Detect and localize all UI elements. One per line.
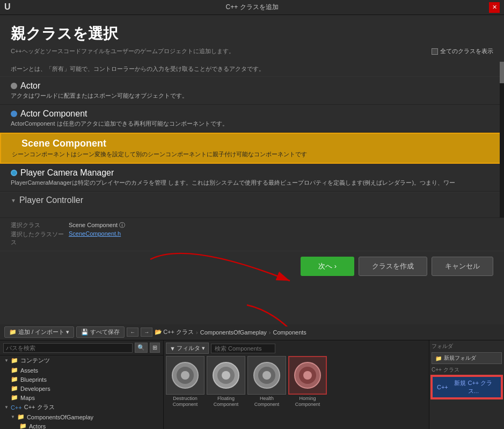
asset-item-homing[interactable]: HomingComponent <box>288 356 327 408</box>
show-all-classes-check[interactable]: 全てのクラスを表示 <box>432 47 493 55</box>
tree-label-blueprints: Blueprints <box>20 376 47 383</box>
right-panel: ▼ フィルタ ▾ DestructionComponent <box>164 340 429 429</box>
folder-plus-icon: 📁 <box>435 355 442 361</box>
action-buttons: 次へ › クラスを作成 キャンセル <box>0 251 504 281</box>
tree-item-actors[interactable]: 📁 Actors <box>0 421 163 429</box>
content-tree: ▼ 📁 コンテンツ 📁 Assets 📁 Blueprints 📁 Develo… <box>0 355 163 429</box>
breadcrumb-bar: 📁 追加 / インポート ▾ 💾 すべて保存 ← → 📂 C++ クラス › C… <box>0 324 504 340</box>
window-title: C++ クラスを追加 <box>15 3 489 12</box>
asset-thumb-floating <box>207 356 245 395</box>
editor-panels: 🔍 ⊞ ▼ 📁 コンテンツ 📁 Assets 📁 Blueprints <box>0 340 504 429</box>
filter-button[interactable]: ▼ フィルタ ▾ <box>166 343 209 354</box>
class-item-actor[interactable]: Actor アクタはワールドに配置またはスポーン可能なオブジェクトです。 <box>0 77 504 105</box>
pawn-description: ポーンとは、「所有」可能で、コントローラーからの入力を受け取ることができるアクタ… <box>11 65 493 73</box>
path-search-input[interactable] <box>3 343 133 353</box>
plus-icon: 📁 <box>9 329 17 336</box>
class-list-container: ポーンとは、「所有」可能で、コントローラーからの入力を受け取ることができるアクタ… <box>0 62 504 217</box>
health-component-icon <box>252 360 282 390</box>
save-all-button[interactable]: 💾 すべて保存 <box>76 326 125 338</box>
tree-item-developers[interactable]: 📁 Developers <box>0 384 163 393</box>
nav-back-button[interactable]: ← <box>127 328 138 337</box>
breadcrumb-nav: 📂 C++ クラス › ComponentsOfGameplay › Compo… <box>155 328 306 336</box>
tree-arrow-icon: ▼ <box>4 358 9 363</box>
search-button[interactable]: 🔍 <box>135 343 148 353</box>
asset-label-destruction: DestructionComponent <box>166 396 204 408</box>
tree-label-cpp: C++ クラス <box>24 403 55 411</box>
modal-main-title: 親クラスを選択 <box>11 24 493 44</box>
asset-search-input[interactable] <box>211 344 275 353</box>
grid-view-button[interactable]: ⊞ <box>150 343 160 353</box>
selected-source-label: 選択したクラスソース <box>11 230 64 246</box>
class-item-scene-component[interactable]: Scene Component シーンコンポーネントはシーン変換を設定して別のシ… <box>0 133 504 164</box>
class-item-actor-component[interactable]: Actor Component ActorComponent は任意のアクタに追… <box>0 105 504 133</box>
folder-icon: 📁 <box>11 367 18 374</box>
modal-area: 親クラスを選択 C++ヘッダとソースコードファイルをユーザーのゲームプロジェクト… <box>0 15 504 324</box>
tree-item-maps[interactable]: 📁 Maps <box>0 393 163 402</box>
tree-item-components-of-gameplay[interactable]: ▼ 📁 ComponentsOfGameplay <box>0 412 163 421</box>
tree-item-blueprints[interactable]: 📁 Blueprints <box>0 375 163 384</box>
selected-source-row: 選択したクラスソース SceneComponent.h <box>11 230 493 246</box>
asset-grid: DestructionComponent FloatingComponent <box>166 356 427 408</box>
actor-component-dot-icon <box>11 111 17 117</box>
tree-cpp-arrow-icon: ▼ <box>4 405 9 410</box>
folder-section-label: フォルダ <box>432 343 502 350</box>
class-item-actor-name: Actor <box>11 81 493 91</box>
tree-label-developers: Developers <box>20 386 50 392</box>
title-bar: U C++ クラスを追加 ✕ <box>0 0 504 15</box>
app-logo: U <box>4 2 15 13</box>
new-folder-button[interactable]: 📁 新規フォルダ <box>432 352 502 364</box>
new-cpp-class-button[interactable]: C++ 新規 C++ クラス... <box>432 376 502 398</box>
folder-icon: 📁 <box>11 376 18 383</box>
asset-item-floating[interactable]: FloatingComponent <box>207 356 245 408</box>
svg-point-13 <box>303 371 312 380</box>
show-all-checkbox[interactable] <box>432 48 438 55</box>
player-controller-arrow-icon: ▼ <box>11 198 16 203</box>
tree-item-content[interactable]: ▼ 📁 コンテンツ <box>0 355 163 366</box>
asset-label-health: HealthComponent <box>247 396 286 408</box>
create-class-button[interactable]: クラスを作成 <box>359 257 427 276</box>
editor-area: 📁 追加 / インポート ▾ 💾 すべて保存 ← → 📂 C++ クラス › C… <box>0 324 504 429</box>
breadcrumb-folder-icon: 📂 <box>155 329 162 336</box>
tree-label-actors: Actors <box>29 423 46 430</box>
scroll-thumb[interactable] <box>500 62 504 83</box>
class-item-scene-component-name: Scene Component <box>12 138 492 149</box>
tree-item-assets[interactable]: 📁 Assets <box>0 366 163 375</box>
asset-thumb-homing <box>288 356 327 395</box>
search-bar: 🔍 ⊞ <box>0 340 163 355</box>
player-controller-label: Player Controller <box>19 195 83 205</box>
breadcrumb-cpp-class[interactable]: C++ クラス <box>163 328 194 336</box>
close-button[interactable]: ✕ <box>489 2 500 13</box>
tree-item-cpp-class[interactable]: ▼ C++ C++ クラス <box>0 402 163 412</box>
nav-forward-button[interactable]: → <box>141 328 152 337</box>
show-all-label: 全てのクラスを表示 <box>440 47 493 55</box>
add-import-button[interactable]: 📁 追加 / インポート ▾ <box>4 326 74 338</box>
asset-item-destruction[interactable]: DestructionComponent <box>166 356 204 408</box>
folder-icon: 📁 <box>11 394 18 401</box>
save-icon: 💾 <box>81 329 89 336</box>
asset-thumb-health <box>247 356 286 395</box>
next-button[interactable]: 次へ › <box>301 257 354 276</box>
selected-source-link[interactable]: SceneComponent.h <box>69 230 121 246</box>
left-panel: 🔍 ⊞ ▼ 📁 コンテンツ 📁 Assets 📁 Blueprints <box>0 340 164 429</box>
class-item-player-controller[interactable]: ▼ Player Controller <box>0 192 504 207</box>
class-item-player-camera-manager[interactable]: Player Camera Manager PlayerCameraManage… <box>0 164 504 192</box>
cpp-section-label: C++ クラス <box>432 366 502 374</box>
filter-icon: ▼ <box>170 345 176 352</box>
asset-item-health[interactable]: HealthComponent <box>247 356 286 408</box>
class-item-scene-component-desc: シーンコンポーネントはシーン変換を設定して別のシーンコンポーネントに親子付け可能… <box>12 150 492 158</box>
modal-subtitle-row: C++ヘッダとソースコードファイルをユーザーのゲームプロジェクトに追加します。 … <box>11 47 493 55</box>
breadcrumb-components[interactable]: Components <box>273 329 306 336</box>
asset-label-homing: HomingComponent <box>288 396 327 408</box>
svg-point-10 <box>262 371 271 380</box>
class-item-camera-manager-desc: PlayerCameraManagerは特定のプレイヤーのカメラを管理 します。… <box>11 179 493 187</box>
cancel-button[interactable]: キャンセル <box>432 257 493 276</box>
cpp-icon: C++ <box>11 404 22 411</box>
modal-subtitle: C++ヘッダとソースコードファイルをユーザーのゲームプロジェクトに追加します。 <box>11 47 235 55</box>
selected-class-value: Scene Component ⓘ <box>69 221 125 229</box>
scrollbar[interactable] <box>500 62 504 217</box>
tree-label-cog: ComponentsOfGameplay <box>27 414 93 420</box>
folder-icon: 📁 <box>19 423 27 429</box>
selected-class-label: 選択クラス <box>11 221 64 229</box>
breadcrumb-components-of-gameplay[interactable]: ComponentsOfGameplay <box>200 329 267 336</box>
destruction-component-icon <box>170 360 200 390</box>
